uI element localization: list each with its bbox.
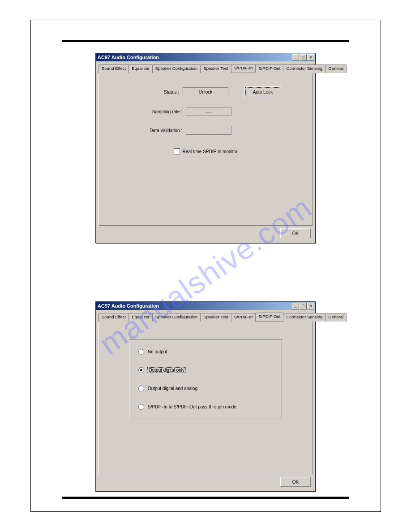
close-button[interactable]: × [307,303,314,309]
monitor-checkbox[interactable] [174,148,180,154]
status-value: Unlock [183,87,228,96]
tab-speaker-test[interactable]: Speaker Test [200,313,231,322]
tab-spdif-out[interactable]: S/PDIF-Out [255,64,283,73]
minimize-button[interactable]: _ [292,303,299,309]
button-row: OK [98,474,313,489]
tab-spdif-in[interactable]: S/PDIF-In [231,313,256,322]
radio-no-output-row: No output [138,349,273,355]
sampling-value: ----- [186,107,231,116]
tab-spdif-out[interactable]: S/PDIF-Out [255,313,283,321]
dialog-body: Sound Effect Equalizer Speaker Configura… [96,61,315,243]
radio-digital-only-label: Output digital only [148,368,185,373]
monitor-label: Real-time SPDIF-In monitor [183,149,238,154]
tab-connector-sensing[interactable]: Connector Sensing [283,64,325,73]
monitor-row: Real-time SPDIF-In monitor [117,148,294,154]
radio-no-output[interactable] [138,349,144,355]
tab-connector-sensing[interactable]: Connector Sensing [283,313,325,322]
tab-equalizer[interactable]: Equalizer [128,313,153,322]
tab-spdif-in[interactable]: S/PDIF-In [231,64,256,73]
bottom-divider [62,497,349,499]
sampling-row: Sampling rate : ----- [117,107,294,116]
validation-label: Data Validation : [133,128,182,133]
dialog-spdif-out: AC97 Audio Configuration _ □ × Sound Eff… [95,301,316,492]
radio-digital-analog[interactable] [138,386,144,391]
maximize-button[interactable]: □ [300,303,307,309]
window-controls: _ □ × [292,303,314,309]
minimize-button[interactable]: _ [292,54,299,61]
radio-digital-only[interactable] [138,367,144,373]
tab-strip: Sound Effect Equalizer Speaker Configura… [98,64,313,73]
sampling-label: Sampling rate : [133,109,182,114]
titlebar[interactable]: AC97 Audio Configuration _ □ × [96,53,315,61]
radio-no-output-label: No output [148,349,167,354]
titlebar[interactable]: AC97 Audio Configuration _ □ × [96,302,315,310]
radio-passthrough-row: S/PDIF-In to S/PDIF-Out pass through mod… [138,404,273,410]
document-page: manualshive.com AC97 Audio Configuration… [30,20,381,512]
radio-digital-only-row: Output digital only [138,367,273,373]
tab-sound-effect[interactable]: Sound Effect [98,64,129,73]
maximize-button[interactable]: □ [300,54,307,61]
tab-general[interactable]: General [325,313,347,322]
dialog-body: Sound Effect Equalizer Speaker Configura… [96,310,315,491]
validation-value: ----- [186,126,231,135]
dialog-spdif-in: AC97 Audio Configuration _ □ × Sound Eff… [95,53,316,243]
tab-speaker-config[interactable]: Speaker Configuration [152,64,201,73]
tab-equalizer[interactable]: Equalizer [128,64,153,73]
window-title: AC97 Audio Configuration [98,303,159,309]
window-controls: _ □ × [292,54,314,61]
tab-panel-spdif-in: Status : Unlock Auto Lock Sampling rate … [98,73,313,226]
validation-row: Data Validation : ----- [117,126,294,135]
window-title: AC97 Audio Configuration [98,55,159,60]
button-row: OK [98,226,313,240]
close-button[interactable]: × [307,54,314,61]
tab-sound-effect[interactable]: Sound Effect [98,313,129,322]
top-divider [62,40,349,42]
radio-passthrough[interactable] [138,404,144,410]
tab-general[interactable]: General [325,64,347,73]
status-row: Status : Unlock Auto Lock [117,86,294,97]
tab-strip: Sound Effect Equalizer Speaker Configura… [98,313,313,322]
tab-panel-spdif-out: No output Output digital only Output dig… [98,322,313,474]
status-label: Status : [130,90,179,94]
ok-button[interactable]: OK [280,228,311,238]
tab-speaker-config[interactable]: Speaker Configuration [152,313,201,322]
ok-button[interactable]: OK [280,477,311,487]
radio-digital-analog-label: Output digital and analog [148,386,197,391]
tab-speaker-test[interactable]: Speaker Test [200,64,231,73]
radio-digital-analog-row: Output digital and analog [138,386,273,391]
output-radio-group: No output Output digital only Output dig… [129,339,282,419]
autolock-button[interactable]: Auto Lock [244,86,281,97]
radio-passthrough-label: S/PDIF-In to S/PDIF-Out pass through mod… [148,404,236,409]
